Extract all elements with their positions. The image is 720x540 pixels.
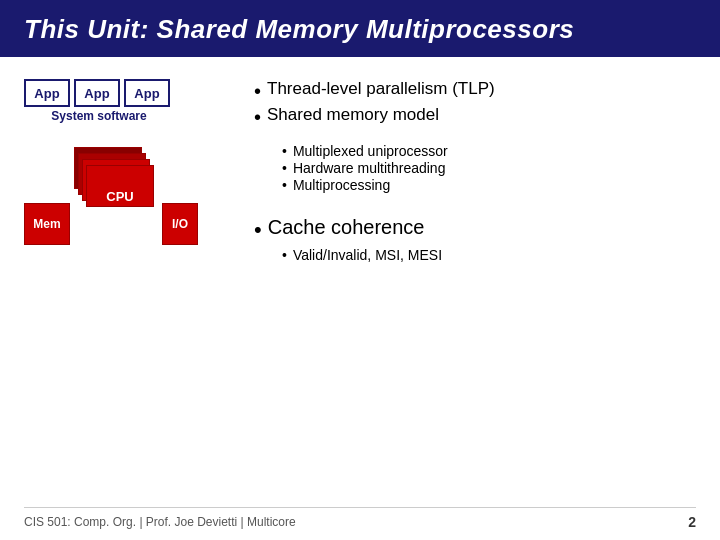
cache-coherence-section: • Cache coherence • Valid/Invalid, MSI, … — [254, 206, 696, 264]
content-area: App App App System software Mem CPU — [0, 57, 720, 280]
hw-diagram: Mem CPU I/O — [24, 135, 198, 215]
bullet-cache-sub1-text: Valid/Invalid, MSI, MESI — [293, 247, 442, 263]
bullet-cache-dot: • — [254, 216, 262, 245]
app-row: App App App — [24, 79, 170, 107]
system-software-label: System software — [24, 109, 174, 123]
cpu-card-front: CPU — [86, 165, 154, 207]
bullet-sub-dot-2: • — [282, 160, 287, 176]
bullet-multiprocessing-text: Multiprocessing — [293, 177, 390, 193]
sub-bullets-section: • Multiplexed uniprocessor • Hardware mu… — [254, 143, 696, 194]
bullet-multiplexed-text: Multiplexed uniprocessor — [293, 143, 448, 159]
slide: This Unit: Shared Memory Multiprocessors… — [0, 0, 720, 540]
bullet-hw-multithreading-text: Hardware multithreading — [293, 160, 446, 176]
bullet-cache-sub1: • Valid/Invalid, MSI, MESI — [282, 247, 696, 263]
slide-title: This Unit: Shared Memory Multiprocessors — [24, 14, 574, 44]
bullet-shared-mem: • Shared memory model — [254, 105, 696, 129]
cpu-label: CPU — [106, 189, 133, 204]
io-box: I/O — [162, 203, 198, 245]
bullet-dot-2: • — [254, 105, 261, 129]
bullet-multiplexed: • Multiplexed uniprocessor — [282, 143, 696, 159]
bullet-sub-dot-3: • — [282, 177, 287, 193]
app-box-2: App — [74, 79, 120, 107]
title-bar: This Unit: Shared Memory Multiprocessors — [0, 0, 720, 57]
bullet-shared-mem-text: Shared memory model — [267, 105, 439, 125]
page-number: 2 — [688, 514, 696, 530]
diagram-column: App App App System software Mem CPU — [24, 75, 244, 270]
bullet-cache-sub-dot: • — [282, 247, 287, 263]
footer-text: CIS 501: Comp. Org. | Prof. Joe Devietti… — [24, 515, 296, 529]
bullet-multiprocessing: • Multiprocessing — [282, 177, 696, 193]
bullet-dot-1: • — [254, 79, 261, 103]
bullet-cache-coherence-text: Cache coherence — [268, 216, 425, 239]
bullets-column: • Thread-level parallelism (TLP) • Share… — [254, 75, 696, 270]
bullet-tlp-text: Thread-level parallelism (TLP) — [267, 79, 495, 99]
bullet-cache-coherence: • Cache coherence — [254, 216, 696, 245]
bullet-sub-dot-1: • — [282, 143, 287, 159]
bullet-tlp: • Thread-level parallelism (TLP) — [254, 79, 696, 103]
bullet-hw-multithreading: • Hardware multithreading — [282, 160, 696, 176]
app-box-3: App — [124, 79, 170, 107]
mem-box: Mem — [24, 203, 70, 245]
cpu-stack: CPU — [76, 135, 156, 215]
app-box-1: App — [24, 79, 70, 107]
footer: CIS 501: Comp. Org. | Prof. Joe Devietti… — [24, 507, 696, 530]
tlp-section: • Thread-level parallelism (TLP) • Share… — [254, 79, 696, 131]
